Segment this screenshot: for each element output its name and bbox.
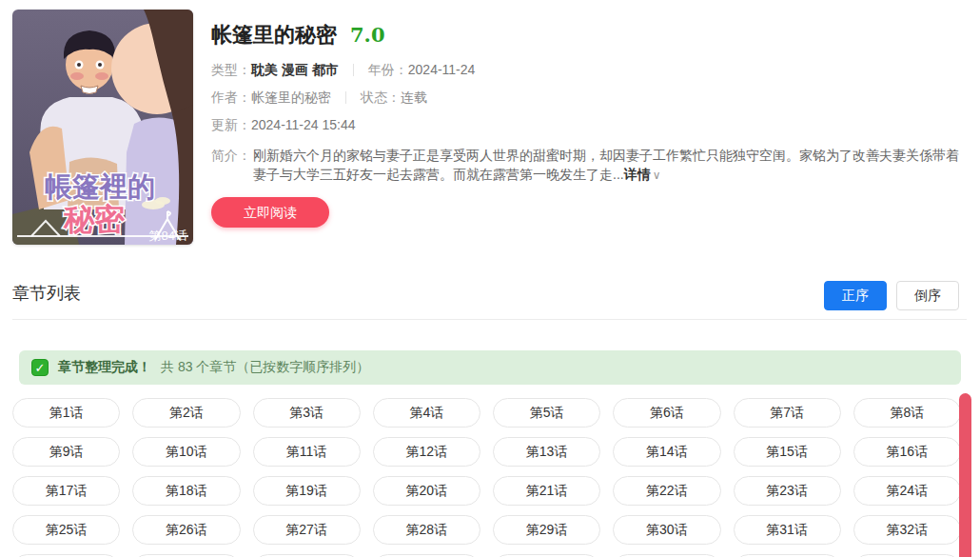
- banner-detail-text: 共 83 个章节（已按数字顺序排列）: [161, 359, 369, 376]
- chapter-button[interactable]: 第15话: [734, 437, 841, 467]
- chapter-button[interactable]: 第6话: [613, 398, 720, 428]
- intro-text-wrap: 刚新婚六个月的家铭与妻子正是享受两人世界的甜蜜时期，却因妻子工作繁忙只能独守空闺…: [253, 146, 961, 185]
- read-now-button[interactable]: 立即阅读: [211, 197, 329, 228]
- chapters-ready-banner: ✓ 章节整理完成！ 共 83 个章节（已按数字顺序排列）: [19, 350, 961, 385]
- chapter-button[interactable]: 第23话: [734, 476, 841, 506]
- chapter-button[interactable]: 第27话: [253, 515, 361, 545]
- section-divider: [12, 319, 967, 320]
- intro-text: 刚新婚六个月的家铭与妻子正是享受两人世界的甜蜜时期，却因妻子工作繁忙只能独守空闺…: [253, 148, 959, 182]
- meta-row-update: 更新： 2024-11-24 15:44: [211, 117, 961, 132]
- chapter-button[interactable]: 第13话: [493, 437, 600, 467]
- chapter-button[interactable]: 第7话: [734, 398, 841, 428]
- cover-title-line2: 秘密: [63, 202, 126, 236]
- chapter-button[interactable]: 第24话: [853, 476, 961, 506]
- cover-illustration: 帳篷裡的 秘密 第84话: [12, 10, 193, 245]
- comic-cover[interactable]: 帳篷裡的 秘密 第84话: [12, 10, 193, 245]
- comic-info: 帐篷里的秘密 7.0 类型： 耽美 漫画 都市 年份： 2024-11-24 作…: [211, 21, 961, 228]
- rating-score: 7.0: [350, 21, 385, 50]
- chapter-button[interactable]: 第9话: [12, 437, 120, 467]
- page-title: 帐篷里的秘密: [211, 21, 337, 50]
- meta-divider: [353, 64, 354, 76]
- chapter-button[interactable]: 第4话: [373, 398, 480, 428]
- update-value: 2024-11-24 15:44: [251, 117, 356, 132]
- chapter-button[interactable]: 第31话: [734, 515, 841, 545]
- banner-bold-text: 章节整理完成！: [58, 359, 151, 376]
- detail-link[interactable]: 详情: [624, 167, 651, 182]
- chapter-button[interactable]: 第14话: [613, 437, 720, 467]
- chapter-button[interactable]: 第12话: [373, 437, 480, 467]
- chapter-button[interactable]: 第10话: [132, 437, 240, 467]
- chapter-button[interactable]: 第8话: [853, 398, 961, 428]
- chapter-button[interactable]: 第5话: [493, 398, 600, 428]
- meta-row-author-status: 作者： 帐篷里的秘密 状态： 连载: [211, 90, 961, 105]
- chapter-button[interactable]: 第32话: [853, 515, 961, 545]
- chapter-button[interactable]: 第26话: [132, 515, 240, 545]
- year-label: 年份：: [368, 62, 408, 77]
- author-label: 作者：: [211, 90, 251, 105]
- chevron-down-icon[interactable]: ∨: [653, 169, 661, 182]
- chapter-button[interactable]: 第1话: [12, 398, 120, 428]
- chapter-button[interactable]: 第11话: [253, 437, 361, 467]
- latest-chapter-badge: 第84话: [149, 229, 187, 243]
- status-value: 连载: [401, 90, 427, 105]
- meta-divider: [345, 91, 346, 104]
- chapter-button[interactable]: 第17话: [12, 476, 120, 506]
- sort-descending-button[interactable]: 倒序: [896, 281, 959, 310]
- chapter-button[interactable]: 第18话: [132, 476, 240, 506]
- chapter-list-title: 章节列表: [12, 282, 81, 305]
- year-value: 2024-11-24: [408, 62, 476, 77]
- update-label: 更新：: [211, 117, 251, 132]
- chapter-button[interactable]: 第30话: [613, 515, 720, 545]
- chapter-button[interactable]: 第29话: [493, 515, 600, 545]
- sort-ascending-button[interactable]: 正序: [824, 281, 887, 310]
- chapter-button[interactable]: 第21话: [493, 476, 600, 506]
- chapter-button[interactable]: 第3话: [253, 398, 361, 428]
- chapter-button[interactable]: 第22话: [613, 476, 720, 506]
- chapter-grid: 第1话第2话第3话第4话第5话第6话第7话第8话第9话第10话第11话第12话第…: [12, 398, 961, 557]
- scrollbar-thumb[interactable]: [959, 393, 971, 557]
- chapter-button[interactable]: 第28话: [373, 515, 480, 545]
- chapter-button[interactable]: 第20话: [373, 476, 480, 506]
- type-label: 类型：: [211, 62, 251, 77]
- chapter-button[interactable]: 第25话: [12, 515, 120, 545]
- sort-buttons: 正序 倒序: [824, 281, 959, 310]
- check-icon: ✓: [31, 359, 49, 376]
- type-value[interactable]: 耽美 漫画 都市: [251, 62, 339, 77]
- intro-label: 简介：: [211, 146, 253, 185]
- status-label: 状态：: [361, 90, 401, 105]
- meta-row-type-year: 类型： 耽美 漫画 都市 年份： 2024-11-24: [211, 62, 961, 77]
- synopsis: 简介： 刚新婚六个月的家铭与妻子正是享受两人世界的甜蜜时期，却因妻子工作繁忙只能…: [211, 146, 961, 185]
- author-value[interactable]: 帐篷里的秘密: [251, 90, 331, 105]
- chapter-button[interactable]: 第2话: [132, 398, 240, 428]
- cover-title-line1: 帳篷裡的: [45, 171, 155, 202]
- chapter-button[interactable]: 第16话: [853, 437, 961, 467]
- chapter-button[interactable]: 第19话: [253, 476, 361, 506]
- comic-detail-page: 帳篷裡的 秘密 第84话 帐篷里的秘密 7.0 类型： 耽美 漫画 都市 年份：…: [0, 0, 980, 557]
